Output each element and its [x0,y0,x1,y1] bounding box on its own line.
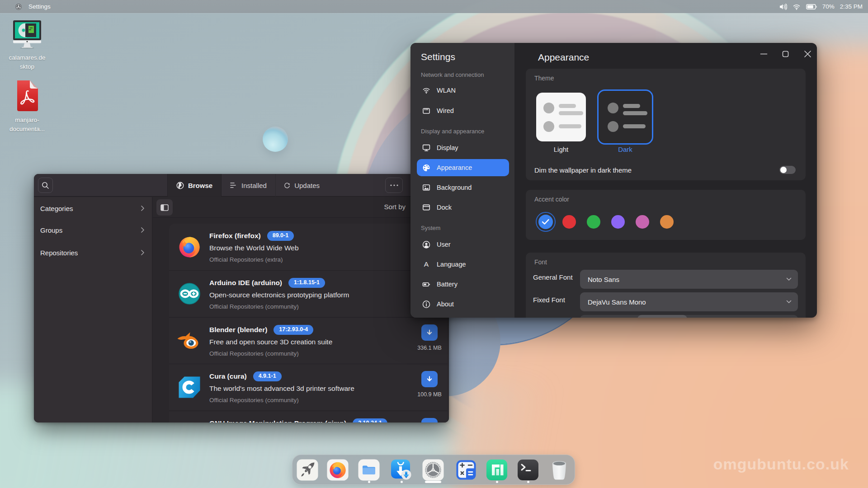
settings-gear-icon[interactable] [15,3,22,10]
sidebar-item-categories[interactable]: Categories [34,197,152,219]
accent-orange[interactable] [660,215,674,229]
accent-red[interactable] [562,215,576,229]
close-button[interactable] [801,47,814,60]
dock-firefox[interactable] [327,459,349,481]
sidebar-item-display[interactable]: Display [417,139,509,156]
app-description: Open-source electronics prototyping plat… [209,291,349,299]
sidebar-item-wlan[interactable]: WLAN [417,82,509,99]
thumb-motif-circle [543,121,554,132]
desktop-icon-calamares[interactable]: calamares.de sktop [0,20,54,71]
general-font-dropdown[interactable]: Noto Sans [580,270,798,289]
section-system: System [421,225,507,231]
dock-file-manager[interactable] [358,459,380,481]
image-icon [422,183,430,192]
sidebar-item-label: WLAN [437,87,456,94]
thumb-motif-circle [608,121,618,132]
app-title-row: Blender (blender) 17:2.93.0-4 [209,325,313,335]
app-list: Firefox (firefox) 89.0-1 Browse the Worl… [153,218,449,422]
app-row-cura[interactable]: Cura (cura) 4.9.1-1 The world's most adv… [169,364,448,410]
install-button[interactable] [421,324,438,341]
dock-settings[interactable] [422,459,444,481]
menu-button[interactable] [385,178,403,193]
chevron-right-icon [141,227,145,233]
dock-trash[interactable] [548,459,570,481]
chevron-down-icon [786,277,792,281]
settings-sidebar: Settings Network and connection WLAN [410,43,514,318]
dock-app-store[interactable] [391,459,412,481]
installed-list-icon [230,182,237,188]
app-row-gimp[interactable]: GNU Image Manipulation Program (gimp) 2.… [169,411,448,422]
section-display: Display and appearance [421,128,507,135]
theme-card: Theme [526,69,806,180]
pamac-headerbar: Browse Installed Updates [34,174,449,197]
font-size-control-clipped[interactable] [580,315,798,318]
volume-icon[interactable] [779,4,787,10]
dock-terminal[interactable] [517,459,539,481]
app-store-icon [391,459,412,481]
dock-calculator[interactable] [455,459,477,481]
thumb-motif-bar [559,104,576,108]
search-button[interactable] [38,178,53,193]
minimize-button[interactable] [757,47,770,60]
version-badge: 4.9.1-1 [253,371,282,381]
sidebar-item-groups[interactable]: Groups [34,219,152,241]
clock[interactable]: 2:35 PM [840,3,863,10]
wallpaper-sphere [263,127,288,152]
tab-browse[interactable]: Browse [167,174,222,197]
desktop-icon-manjaro-pdf[interactable]: manjaro- documenta... [0,80,54,134]
chevron-down-icon [786,300,792,304]
sort-by-label[interactable]: Sort by [384,203,406,211]
sidebar-item-dock[interactable]: Dock [417,199,509,216]
settings-title: Settings [421,52,455,62]
app-title-row: Cura (cura) 4.9.1-1 [209,371,282,381]
sidebar-item-wired[interactable]: Wired [417,102,509,119]
app-repository: Official Repositories (community) [209,350,299,357]
app-row-arduino[interactable]: Arduino IDE (arduino) 1:1.8.15-1 Open-so… [169,270,448,317]
maximize-button[interactable] [779,47,792,60]
sidebar-item-background[interactable]: Background [417,179,509,196]
dock-launcher[interactable] [297,459,318,481]
wifi-icon[interactable] [793,4,801,10]
accent-color-label: Accent color [534,196,569,203]
sidebar-item-battery[interactable]: Battery [417,276,509,293]
app-row-firefox[interactable]: Firefox (firefox) 89.0-1 Browse the Worl… [169,224,448,270]
accent-green[interactable] [587,215,600,229]
install-button[interactable] [421,371,438,387]
version-badge: 1:1.8.15-1 [288,278,325,288]
sidebar-item-about[interactable]: About [417,296,509,313]
sidebar-item-repositories[interactable]: Repositories [34,242,152,263]
sidebar-item-user[interactable]: User [417,236,509,253]
dropdown-value: DejaVu Sans Mono [588,298,646,306]
pdf-file-icon [15,80,39,111]
sidebar-toggle-button[interactable] [156,199,173,216]
tab-installed[interactable]: Installed [222,174,276,197]
app-title-row: Arduino IDE (arduino) 1:1.8.15-1 [209,278,325,288]
thumb-motif-circle [543,103,554,113]
accent-purple[interactable] [611,215,625,229]
sidebar-item-appearance[interactable]: Appearance [417,159,509,176]
battery-icon[interactable] [806,4,817,9]
font-size-segment [637,315,687,318]
settings-main-panel: Appearance Theme [514,43,817,318]
thumb-motif-bar [623,111,647,115]
install-button[interactable] [421,418,438,422]
app-name: Blender (blender) [209,326,267,334]
focused-app-label[interactable]: Settings [28,3,51,10]
tab-updates[interactable]: Updates [276,174,328,197]
accent-pink[interactable] [636,215,649,229]
theme-dark-label: Dark [598,145,652,153]
app-row-blender[interactable]: Blender (blender) 17:2.93.0-4 Free and o… [169,317,448,364]
fixed-font-dropdown[interactable]: DejaVu Sans Mono [580,292,798,311]
dim-wallpaper-toggle[interactable] [779,166,796,174]
dock-manjaro[interactable] [486,459,508,481]
sidebar-item-language[interactable]: A Language [417,256,509,273]
pamac-tabs: Browse Installed Updates [167,174,328,197]
sidebar-item-label: Language [437,261,466,268]
calculator-icon [455,459,477,481]
theme-option-light[interactable] [536,93,586,141]
running-indicator-dot [527,481,529,483]
theme-option-dark[interactable] [597,89,653,145]
blender-app-icon [177,328,202,353]
firefox-app-icon [177,234,202,259]
accent-blue-selected[interactable] [536,212,556,232]
